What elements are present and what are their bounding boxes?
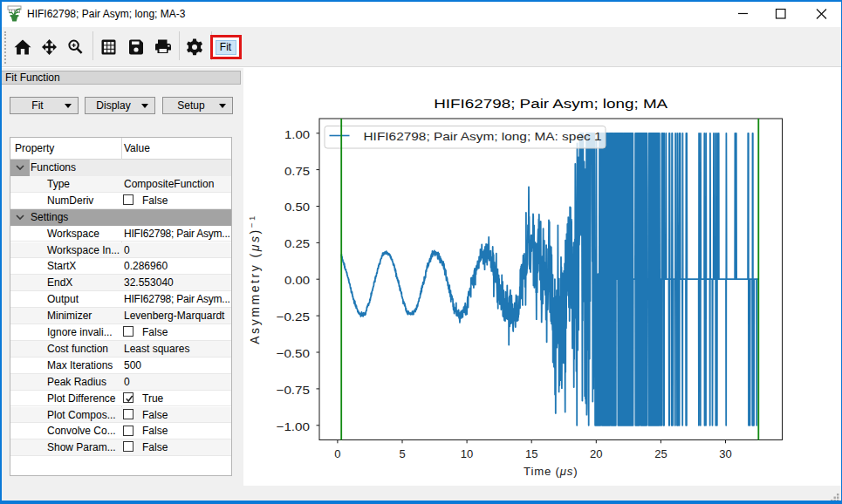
svg-text:15: 15	[525, 447, 537, 460]
svg-text:10: 10	[461, 447, 473, 460]
svg-text:−0.25: −0.25	[277, 310, 311, 324]
svg-text:0.75: 0.75	[284, 165, 310, 178]
svg-text:25: 25	[654, 447, 667, 460]
svg-text:30: 30	[719, 447, 731, 460]
svg-text:Time (μs): Time (μs)	[524, 465, 578, 478]
svg-text:20: 20	[590, 447, 602, 460]
svg-text:0.25: 0.25	[284, 237, 310, 250]
svg-text:Asymmetry (μs)−1: Asymmetry (μs)−1	[247, 214, 262, 344]
svg-text:0.00: 0.00	[284, 274, 310, 287]
svg-text:HIFI62798; Pair Asym; long; MA: HIFI62798; Pair Asym; long; MA: spec 1	[364, 130, 602, 143]
svg-text:HIFI62798; Pair Asym; long; MA: HIFI62798; Pair Asym; long; MA	[434, 96, 668, 111]
svg-text:0: 0	[334, 447, 340, 460]
svg-text:−0.50: −0.50	[277, 347, 311, 360]
svg-text:0.50: 0.50	[284, 201, 310, 214]
svg-text:1.00: 1.00	[284, 128, 310, 141]
svg-text:−0.75: −0.75	[277, 384, 311, 397]
svg-text:5: 5	[399, 447, 405, 460]
svg-text:−1.00: −1.00	[277, 420, 311, 433]
